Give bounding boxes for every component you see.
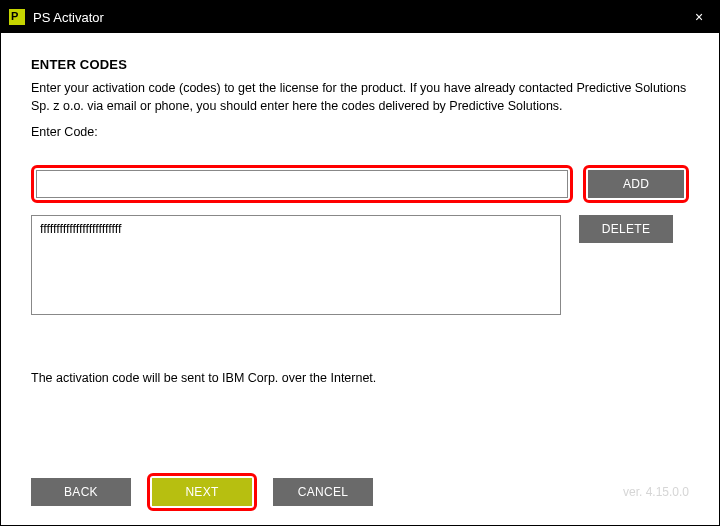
code-input[interactable]	[36, 170, 568, 198]
codes-list-row: fffffffffffffffffffffffff DELETE	[31, 215, 689, 315]
list-item[interactable]: fffffffffffffffffffffffff	[40, 222, 552, 236]
window-title: PS Activator	[33, 10, 104, 25]
send-note: The activation code will be sent to IBM …	[31, 371, 689, 385]
app-icon	[9, 9, 25, 25]
add-button[interactable]: ADD	[588, 170, 684, 198]
close-icon[interactable]: ×	[687, 9, 711, 25]
enter-code-label: Enter Code:	[31, 125, 689, 139]
delete-button[interactable]: DELETE	[579, 215, 673, 243]
footer: BACK NEXT CANCEL ver. 4.15.0.0	[31, 473, 689, 511]
code-input-row: ADD	[31, 165, 689, 203]
version-label: ver. 4.15.0.0	[623, 485, 689, 499]
titlebar: PS Activator ×	[1, 1, 719, 33]
next-button[interactable]: NEXT	[152, 478, 252, 506]
back-button[interactable]: BACK	[31, 478, 131, 506]
content-area: ENTER CODES Enter your activation code (…	[1, 33, 719, 525]
codes-list[interactable]: fffffffffffffffffffffffff	[31, 215, 561, 315]
next-button-highlight: NEXT	[147, 473, 257, 511]
code-input-highlight	[31, 165, 573, 203]
page-description: Enter your activation code (codes) to ge…	[31, 80, 689, 115]
page-heading: ENTER CODES	[31, 57, 689, 72]
cancel-button[interactable]: CANCEL	[273, 478, 373, 506]
add-button-highlight: ADD	[583, 165, 689, 203]
